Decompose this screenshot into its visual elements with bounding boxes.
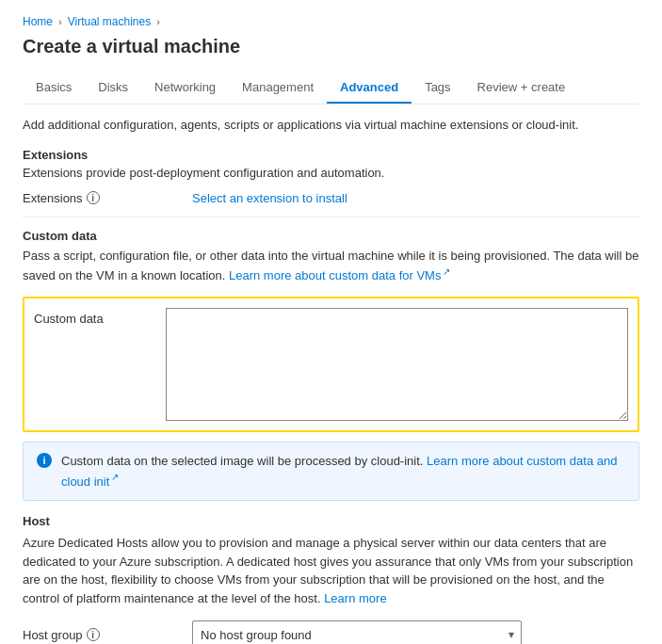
section-divider-1 xyxy=(23,217,639,217)
breadcrumb-separator-2: › xyxy=(156,16,160,27)
custom-data-textarea[interactable] xyxy=(166,308,628,421)
host-group-select[interactable]: No host group found xyxy=(192,620,522,644)
custom-data-desc: Pass a script, configuration file, or ot… xyxy=(23,247,639,285)
breadcrumb-separator-1: › xyxy=(58,16,62,27)
extensions-row: Extensions i Select an extension to inst… xyxy=(23,191,639,205)
host-group-label: Host group xyxy=(23,628,83,642)
external-link-icon: ↗ xyxy=(443,266,450,277)
extensions-heading: Extensions xyxy=(23,148,639,162)
tab-disks[interactable]: Disks xyxy=(85,72,141,104)
host-heading: Host xyxy=(23,514,639,528)
tab-networking[interactable]: Networking xyxy=(141,72,229,104)
extensions-description: Extensions provide post-deployment confi… xyxy=(23,166,639,180)
extensions-link[interactable]: Select an extension to install xyxy=(192,191,347,205)
info-banner-content: Custom data on the selected image will b… xyxy=(61,452,625,491)
tab-advanced[interactable]: Advanced xyxy=(327,72,412,104)
host-section: Host Azure Dedicated Hosts allow you to … xyxy=(23,514,639,644)
custom-data-row: Custom data xyxy=(23,297,639,432)
info-banner-icon: i xyxy=(37,453,52,468)
host-group-label-container: Host group i xyxy=(23,628,192,642)
host-group-select-wrapper: No host group found ▾ xyxy=(192,620,522,644)
tab-management[interactable]: Management xyxy=(229,72,327,104)
tab-review-create[interactable]: Review + create xyxy=(464,72,579,104)
extensions-info-icon[interactable]: i xyxy=(87,191,100,204)
tab-tags[interactable]: Tags xyxy=(412,72,463,104)
custom-data-section: Custom data Pass a script, configuration… xyxy=(23,229,639,432)
custom-data-link[interactable]: Learn more about custom data for VMs↗ xyxy=(229,268,450,282)
main-description: Add additional configuration, agents, sc… xyxy=(23,116,639,135)
extensions-label: Extensions xyxy=(23,191,83,205)
custom-data-label: Custom data xyxy=(34,308,166,326)
extensions-label-container: Extensions i xyxy=(23,191,192,205)
info-banner-text: Custom data on the selected image will b… xyxy=(61,454,423,468)
tabs-container: Basics Disks Networking Management Advan… xyxy=(23,72,639,105)
tab-basics[interactable]: Basics xyxy=(23,72,85,104)
breadcrumb-home[interactable]: Home xyxy=(23,15,53,28)
host-group-row: Host group i No host group found ▾ xyxy=(23,620,639,644)
custom-data-heading: Custom data xyxy=(23,229,639,243)
breadcrumb-virtual-machines[interactable]: Virtual machines xyxy=(68,15,152,28)
breadcrumb: Home › Virtual machines › xyxy=(23,15,639,28)
host-group-info-icon[interactable]: i xyxy=(87,628,100,641)
info-banner-external-icon: ↗ xyxy=(111,472,119,482)
page-title: Create a virtual machine xyxy=(23,36,639,57)
info-banner: i Custom data on the selected image will… xyxy=(23,442,639,501)
host-learn-more-link[interactable]: Learn more xyxy=(324,591,386,605)
host-description: Azure Dedicated Hosts allow you to provi… xyxy=(23,534,639,607)
